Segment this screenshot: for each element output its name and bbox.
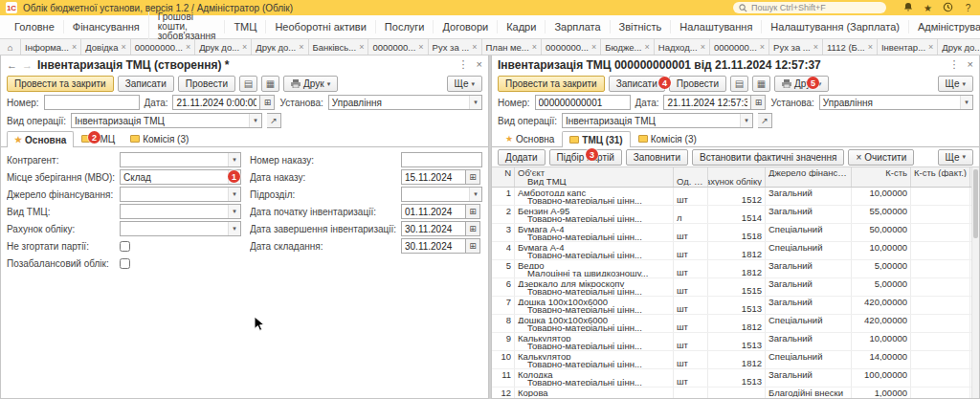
tab-close-icon[interactable]: × — [760, 42, 765, 52]
tab-main[interactable]: ★ Основна — [7, 131, 74, 147]
calendar-icon[interactable]: ⊞ — [751, 95, 766, 110]
open-link-icon[interactable]: ↗ — [758, 113, 772, 128]
menu-item[interactable]: Кадри — [497, 20, 545, 33]
tab-close-icon[interactable]: × — [701, 42, 705, 52]
tab-close-icon[interactable]: × — [472, 42, 477, 52]
notifications-bell-icon[interactable] — [902, 2, 914, 14]
global-search-input[interactable]: Пошук Ctrl+Shift+F — [733, 2, 886, 13]
calendar-icon[interactable]: ⊞ — [466, 169, 480, 185]
inv-end-date-input[interactable] — [401, 221, 466, 236]
add-row-button[interactable]: Додати — [498, 149, 546, 166]
home-tab[interactable]: ⌂ — [0, 39, 21, 55]
no-collapse-batches-checkbox[interactable] — [120, 241, 130, 252]
contractor-combo[interactable]: ▾ — [120, 152, 241, 167]
org-combo[interactable]: Управління ▾ — [328, 95, 482, 110]
favorites-star-icon[interactable]: ★ — [922, 3, 934, 13]
print-button[interactable]: Друк ▾ — [774, 76, 829, 92]
inv-start-date-input[interactable] — [401, 204, 466, 219]
chevron-down-icon[interactable]: ▾ — [469, 96, 481, 109]
column-header-object[interactable]: Об'єктВид ТМЦ — [515, 167, 674, 187]
table-row[interactable]: 11 КолодкаТоварно-матеріальні цінн... шт… — [492, 369, 979, 388]
save-button[interactable]: Записати — [118, 76, 174, 92]
table-row[interactable]: 1 Амбротодд капсТоварно-матеріальні цінн… — [492, 188, 979, 206]
chevron-down-icon[interactable]: ▾ — [228, 205, 240, 218]
window-tab[interactable]: Рух за ... × — [769, 39, 823, 55]
table-row[interactable]: 2 Бензин А-95Товарно-матеріальні цінн...… — [492, 206, 979, 224]
history-clock-icon[interactable] — [942, 2, 954, 14]
department-combo[interactable]: ▾ — [401, 187, 482, 202]
tab-tmc[interactable]: ТМЦ (31) — [562, 131, 630, 147]
menu-item[interactable]: Зарплата — [545, 20, 609, 33]
tab-main[interactable]: ★ Основна — [498, 130, 562, 146]
compile-date-input[interactable] — [401, 238, 466, 254]
window-tab[interactable]: 0000000... × — [542, 39, 601, 55]
table-row[interactable]: 5 ВедроМалоцінні та швидкозношу... шт 18… — [492, 260, 979, 278]
window-tab[interactable]: Інформа... × — [21, 39, 81, 55]
date-input[interactable] — [663, 95, 751, 110]
window-tab[interactable]: 0000000... × — [368, 39, 428, 55]
table-row[interactable]: 7 Дошка 100х100х6000Товарно-матеріальні … — [492, 297, 979, 315]
save-button[interactable]: Записати — [609, 76, 665, 92]
account-combo[interactable]: ▾ — [120, 221, 241, 236]
tmc-kind-combo[interactable]: ▾ — [120, 204, 241, 219]
scrollbar-thumb[interactable] — [973, 169, 978, 238]
table-row[interactable]: 12 Корова Благодійні внески 1,00000 — [492, 388, 979, 398]
column-header-source[interactable]: Джерело фінансування — [766, 167, 852, 187]
table-row[interactable]: 10 КалькуляторТоварно-матеріальні цінн..… — [492, 351, 979, 369]
open-link-icon[interactable]: ↗ — [267, 113, 281, 128]
close-icon[interactable]: × — [968, 58, 973, 71]
menu-item[interactable]: Звітність — [610, 20, 671, 33]
menu-item[interactable]: Послуги — [375, 20, 434, 33]
tab-close-icon[interactable]: × — [299, 42, 303, 52]
operation-combo[interactable]: Інвентаризація ТМЦ ▾ — [562, 113, 753, 128]
window-tab[interactable]: Рух за ... × — [429, 39, 482, 55]
menu-item[interactable]: Головне — [6, 20, 63, 33]
table-row[interactable]: 8 Дошка 100х100х6000Товарно-матеріальні … — [492, 315, 979, 333]
table-row[interactable]: 3 Бумага А-4Товарно-матеріальні цінн... … — [492, 224, 979, 242]
menu-item[interactable]: Налаштування (Зарплата) — [761, 20, 908, 33]
number-input[interactable] — [44, 95, 140, 110]
tab-close-icon[interactable]: × — [121, 42, 125, 52]
more-button[interactable]: Ще ▾ — [447, 76, 482, 92]
calendar-icon[interactable]: ⊞ — [466, 238, 480, 254]
table-row[interactable]: 6 Дзеркало для мікроскопуТоварно-матеріа… — [492, 278, 979, 297]
calendar-icon[interactable]: ⊞ — [466, 204, 480, 219]
create-based-on-icon[interactable]: ▤ — [239, 76, 257, 92]
chevron-down-icon[interactable]: ▾ — [960, 96, 972, 109]
menu-item[interactable]: Необоротні активи — [265, 20, 374, 33]
window-tab[interactable]: Друк до... × — [938, 39, 980, 55]
order-date-input[interactable] — [401, 169, 466, 185]
chevron-down-icon[interactable]: ▾ — [740, 114, 752, 127]
tab-close-icon[interactable]: × — [359, 42, 364, 52]
menu-item[interactable]: Адміністрування — [908, 20, 980, 33]
post-button[interactable]: Провести — [178, 76, 235, 92]
operation-combo[interactable]: Інвентаризація ТМЦ ▾ — [71, 113, 262, 128]
tab-close-icon[interactable]: × — [418, 42, 423, 52]
column-header-account[interactable]: Рахунок обліку — [708, 167, 766, 187]
more-icon[interactable]: ⋮ — [458, 58, 469, 71]
tab-close-icon[interactable]: × — [868, 42, 873, 52]
chevron-down-icon[interactable]: ▾ — [469, 188, 481, 201]
funding-source-combo[interactable]: ▾ — [120, 187, 241, 202]
window-tab[interactable]: 1112 (Б... × — [823, 39, 878, 55]
window-tab[interactable]: Надход... × — [655, 39, 710, 55]
window-tab[interactable]: Бюдже... × — [601, 39, 655, 55]
table-row[interactable]: 9 КалькуляторТоварно-матеріальні цінн...… — [492, 333, 979, 351]
close-icon[interactable]: × — [477, 58, 482, 71]
menu-item[interactable]: Договори — [433, 20, 497, 33]
clear-button[interactable]: × Очистити — [848, 149, 914, 166]
window-tab[interactable]: 00000000... × — [131, 39, 195, 55]
tab-close-icon[interactable]: × — [813, 42, 818, 52]
window-tab[interactable]: План ме... × — [482, 39, 543, 55]
window-tab[interactable]: Друк до... × — [252, 39, 308, 55]
window-tab[interactable]: Інвентар... × — [878, 39, 938, 55]
column-header-qty[interactable]: К-сть — [852, 167, 911, 187]
table-more-button[interactable]: Ще ▾ — [938, 149, 973, 166]
register-records-icon[interactable]: ▦ — [752, 76, 770, 92]
more-icon[interactable]: ⋮ — [949, 58, 960, 71]
back-icon[interactable]: ← — [7, 59, 17, 71]
org-combo[interactable]: Управління ▾ — [819, 95, 973, 110]
storage-mvo-combo[interactable]: Склад▾ — [120, 169, 241, 185]
tab-commission[interactable]: Комісія (3) — [122, 130, 196, 146]
off-balance-checkbox[interactable] — [120, 258, 130, 269]
